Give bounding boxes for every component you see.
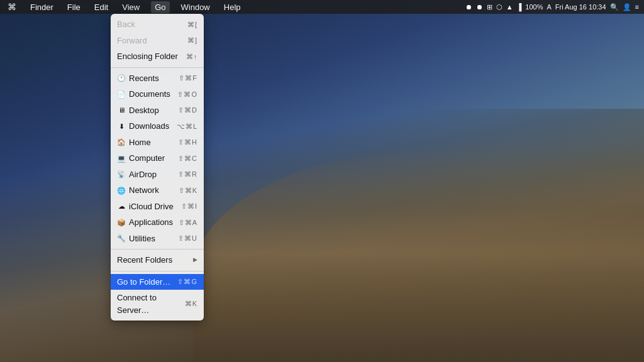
menubar-right: ⏺ ⏺ ⊞ ⬡ ▲ ▐ 100% A Fri Aug 16 10:34 🔍 👤 …: [465, 3, 639, 11]
utilities-shortcut: ⇧⌘U: [178, 233, 197, 244]
goto-folder-shortcut: ⇧⌘G: [177, 277, 197, 287]
home-label: Home: [129, 136, 151, 149]
menu-item-recents[interactable]: 🕐 Recents ⇧⌘F: [111, 70, 204, 87]
separator-2: [111, 249, 204, 250]
battery-percent: 100%: [525, 3, 543, 11]
forward-label: Forward: [117, 35, 147, 47]
menu-item-downloads[interactable]: ⬇ Downloads ⌥⌘L: [111, 118, 204, 134]
file-menu[interactable]: File: [65, 3, 83, 12]
menu-item-computer[interactable]: 💻 Computer ⇧⌘C: [111, 150, 204, 167]
menu-item-forward[interactable]: Forward ⌘]: [111, 33, 204, 49]
help-menu[interactable]: Help: [221, 3, 243, 12]
goto-folder-label: Go to Folder…: [117, 276, 170, 288]
menu-item-icloud[interactable]: ☁ iCloud Drive ⇧⌘I: [111, 199, 204, 215]
recent-folders-label: Recent Folders: [117, 254, 172, 266]
control-center-icon[interactable]: ≡: [635, 3, 639, 11]
window-menu[interactable]: Window: [179, 3, 213, 12]
airdrop-label: AirDrop: [129, 168, 157, 181]
documents-shortcut: ⇧⌘O: [177, 89, 197, 100]
finder-menu[interactable]: Finder: [28, 3, 56, 12]
back-shortcut: ⌘[: [187, 19, 197, 30]
recents-icon: 🕐: [117, 74, 126, 82]
menu-item-airdrop[interactable]: 📡 AirDrop ⇧⌘R: [111, 167, 204, 183]
menu-item-back[interactable]: Back ⌘[: [111, 16, 204, 33]
utilities-label: Utilities: [129, 233, 155, 245]
wifi-icon: ▲: [506, 3, 513, 11]
recents-label: Recents: [129, 72, 159, 85]
menu-item-home[interactable]: 🏠 Home ⇧⌘H: [111, 134, 204, 151]
icloud-shortcut: ⇧⌘I: [181, 201, 197, 212]
desktop-shortcut: ⇧⌘D: [178, 105, 197, 116]
network-label: Network: [129, 184, 159, 197]
home-shortcut: ⇧⌘H: [178, 137, 197, 148]
recents-shortcut: ⇧⌘F: [179, 73, 197, 84]
menu-item-back-label: Back: [117, 18, 135, 31]
forward-shortcut: ⌘]: [187, 35, 197, 46]
separator-3: [111, 271, 204, 272]
applications-shortcut: ⇧⌘A: [179, 217, 197, 228]
back-label: Back: [117, 18, 135, 31]
menu-item-network[interactable]: 🌐 Network ⇧⌘K: [111, 182, 204, 199]
menubar: ⌘ Finder File Edit View Go Window Help ⏺…: [0, 0, 644, 14]
downloads-shortcut: ⌥⌘L: [177, 121, 197, 132]
documents-icon: 📄: [117, 90, 126, 99]
enclosing-shortcut: ⌘↑: [186, 52, 198, 62]
menu-item-applications[interactable]: 📦 Applications ⇧⌘A: [111, 214, 204, 231]
separator-1: [111, 67, 204, 68]
connect-server-label: Connect to Server…: [117, 292, 185, 316]
bluetooth-icon: ⬡: [496, 3, 502, 11]
search-icon[interactable]: 🔍: [610, 3, 619, 11]
menu-item-recent-folders[interactable]: Recent Folders: [111, 252, 204, 268]
downloads-icon: ⬇: [117, 122, 126, 131]
keyboard-icon: A: [547, 3, 552, 11]
menu-item-enclosing[interactable]: Enclosing Folder ⌘↑: [111, 48, 204, 65]
battery-icon: ▐: [517, 3, 522, 11]
go-menu[interactable]: Go: [151, 1, 169, 13]
desktop-label: Desktop: [129, 104, 159, 117]
menu-item-documents[interactable]: 📄 Documents ⇧⌘O: [111, 86, 204, 102]
record-icon: ⏺: [465, 3, 472, 11]
datetime: Fri Aug 16 10:34: [555, 3, 606, 11]
home-icon: 🏠: [117, 138, 126, 146]
grid-icon: ⊞: [487, 3, 492, 11]
apple-menu[interactable]: ⌘: [5, 2, 19, 12]
computer-icon: 💻: [117, 154, 126, 163]
connect-server-shortcut: ⌘K: [185, 299, 197, 309]
screen-record-icon: ⏺: [476, 3, 483, 11]
network-shortcut: ⇧⌘K: [179, 185, 197, 196]
icloud-label: iCloud Drive: [129, 200, 174, 213]
menu-item-goto-folder[interactable]: Go to Folder… ⇧⌘G: [111, 274, 204, 290]
menu-item-connect-server[interactable]: Connect to Server… ⌘K: [111, 290, 204, 318]
view-menu[interactable]: View: [119, 3, 142, 12]
applications-icon: 📦: [117, 218, 126, 227]
computer-label: Computer: [129, 152, 165, 165]
documents-label: Documents: [129, 88, 170, 101]
airdrop-shortcut: ⇧⌘R: [178, 169, 197, 180]
downloads-label: Downloads: [129, 120, 169, 133]
menu-item-utilities[interactable]: 🔧 Utilities ⇧⌘U: [111, 231, 204, 247]
icloud-icon: ☁: [117, 202, 126, 211]
user-icon[interactable]: 👤: [623, 3, 631, 11]
enclosing-label: Enclosing Folder: [117, 50, 178, 63]
desktop: ⌘ Finder File Edit View Go Window Help ⏺…: [0, 0, 644, 362]
menu-item-desktop[interactable]: 🖥 Desktop ⇧⌘D: [111, 102, 204, 119]
go-dropdown-menu: Back ⌘[ Forward ⌘] Enclosing Folder ⌘↑ 🕐…: [111, 14, 204, 321]
network-icon: 🌐: [117, 186, 126, 195]
utilities-icon: 🔧: [117, 234, 126, 243]
applications-label: Applications: [129, 216, 173, 229]
computer-shortcut: ⇧⌘C: [178, 153, 197, 164]
airdrop-icon: 📡: [117, 170, 126, 178]
desktop-icon: 🖥: [117, 106, 126, 114]
menubar-left: ⌘ Finder File Edit View Go Window Help: [5, 1, 243, 13]
edit-menu[interactable]: Edit: [92, 3, 111, 12]
